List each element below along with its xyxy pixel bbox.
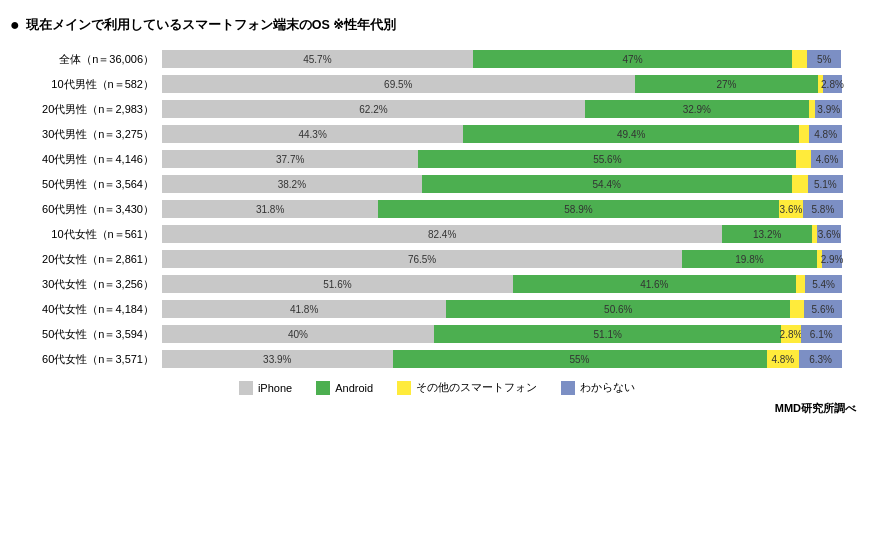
bar-segment-unknown: 2.8% — [823, 75, 842, 93]
bar-segment-other — [790, 300, 804, 318]
bar-segment-unknown: 3.9% — [815, 100, 842, 118]
legend-color-other — [397, 381, 411, 395]
bar-area: 37.7%55.6%4.6% — [162, 150, 864, 168]
legend-label-unknown: わからない — [580, 380, 635, 395]
bar-segment-iphone: 45.7% — [162, 50, 473, 68]
row-label: 60代男性（n＝3,430） — [14, 202, 162, 217]
row-label: 30代男性（n＝3,275） — [14, 127, 162, 142]
bar-segment-iphone: 44.3% — [162, 125, 463, 143]
bullet-icon: ● — [10, 16, 20, 34]
bar-segment-android: 41.6% — [513, 275, 796, 293]
bar-area: 69.5%27%2.8% — [162, 75, 864, 93]
chart-row: 50代男性（n＝3,564）38.2%54.4%5.1% — [14, 173, 864, 195]
legend: iPhoneAndroidその他のスマートフォンわからない — [10, 380, 864, 395]
legend-color-unknown — [561, 381, 575, 395]
bar-segment-iphone: 76.5% — [162, 250, 682, 268]
chart-row: 40代女性（n＝4,184）41.8%50.6%5.6% — [14, 298, 864, 320]
legend-label-iphone: iPhone — [258, 382, 292, 394]
bar-segment-other — [809, 100, 816, 118]
chart-row: 30代男性（n＝3,275）44.3%49.4%4.8% — [14, 123, 864, 145]
row-label: 10代女性（n＝561） — [14, 227, 162, 242]
bar-area: 33.9%55%4.8%6.3% — [162, 350, 864, 368]
chart-row: 10代男性（n＝582）69.5%27%2.8% — [14, 73, 864, 95]
bar-segment-other: 4.8% — [767, 350, 800, 368]
bar-area: 62.2%32.9%3.9% — [162, 100, 864, 118]
chart-row: 50代女性（n＝3,594）40%51.1%2.8%6.1% — [14, 323, 864, 345]
row-label: 60代女性（n＝3,571） — [14, 352, 162, 367]
bar-segment-unknown: 5.6% — [804, 300, 842, 318]
bar-segment-unknown: 4.8% — [809, 125, 842, 143]
bar-segment-android: 58.9% — [378, 200, 779, 218]
bar-segment-android: 51.1% — [434, 325, 781, 343]
bar-segment-iphone: 41.8% — [162, 300, 446, 318]
chart-row: 60代女性（n＝3,571）33.9%55%4.8%6.3% — [14, 348, 864, 370]
row-label: 50代男性（n＝3,564） — [14, 177, 162, 192]
bar-segment-iphone: 31.8% — [162, 200, 378, 218]
bar-segment-android: 32.9% — [585, 100, 809, 118]
bar-segment-unknown: 5.1% — [808, 175, 843, 193]
bar-area: 41.8%50.6%5.6% — [162, 300, 864, 318]
legend-label-other: その他のスマートフォン — [416, 380, 537, 395]
bar-segment-unknown: 6.3% — [799, 350, 842, 368]
row-label: 30代女性（n＝3,256） — [14, 277, 162, 292]
bar-segment-other: 3.6% — [779, 200, 803, 218]
row-label: 10代男性（n＝582） — [14, 77, 162, 92]
bar-segment-android: 54.4% — [422, 175, 792, 193]
chart-title: 現在メインで利用しているスマートフォン端末のOS ※性年代別 — [26, 17, 397, 34]
bar-segment-unknown: 5.4% — [805, 275, 842, 293]
bar-segment-unknown: 5% — [807, 50, 841, 68]
bar-segment-iphone: 62.2% — [162, 100, 585, 118]
bar-area: 31.8%58.9%3.6%5.8% — [162, 200, 864, 218]
bar-area: 82.4%13.2%3.6% — [162, 225, 864, 243]
row-label: 20代男性（n＝2,983） — [14, 102, 162, 117]
bar-segment-android: 50.6% — [446, 300, 790, 318]
bar-segment-iphone: 38.2% — [162, 175, 422, 193]
legend-item-other: その他のスマートフォン — [397, 380, 537, 395]
bar-segment-iphone: 33.9% — [162, 350, 393, 368]
bar-area: 38.2%54.4%5.1% — [162, 175, 864, 193]
bar-segment-iphone: 51.6% — [162, 275, 513, 293]
bar-segment-other — [792, 50, 807, 68]
bar-segment-unknown: 5.8% — [803, 200, 842, 218]
bar-segment-android: 55% — [393, 350, 767, 368]
title-row: ● 現在メインで利用しているスマートフォン端末のOS ※性年代別 — [10, 16, 864, 34]
chart-row: 30代女性（n＝3,256）51.6%41.6%5.4% — [14, 273, 864, 295]
bar-segment-other — [796, 275, 806, 293]
chart-container: 全体（n＝36,006）45.7%47%5%10代男性（n＝582）69.5%2… — [10, 48, 864, 370]
bar-segment-iphone: 69.5% — [162, 75, 635, 93]
bar-segment-iphone: 37.7% — [162, 150, 418, 168]
bar-segment-unknown: 6.1% — [801, 325, 842, 343]
row-label: 40代女性（n＝4,184） — [14, 302, 162, 317]
bar-area: 45.7%47%5% — [162, 50, 864, 68]
bar-segment-unknown: 4.6% — [811, 150, 842, 168]
chart-row: 40代男性（n＝4,146）37.7%55.6%4.6% — [14, 148, 864, 170]
footer: MMD研究所調べ — [10, 401, 864, 416]
row-label: 全体（n＝36,006） — [14, 52, 162, 67]
bar-segment-android: 47% — [473, 50, 793, 68]
bar-segment-other — [792, 175, 808, 193]
legend-color-android — [316, 381, 330, 395]
bar-segment-other — [799, 125, 809, 143]
row-label: 50代女性（n＝3,594） — [14, 327, 162, 342]
bar-segment-android: 55.6% — [418, 150, 796, 168]
bar-area: 44.3%49.4%4.8% — [162, 125, 864, 143]
bar-segment-other: 2.8% — [781, 325, 800, 343]
legend-item-iphone: iPhone — [239, 381, 292, 395]
chart-row: 60代男性（n＝3,430）31.8%58.9%3.6%5.8% — [14, 198, 864, 220]
legend-item-unknown: わからない — [561, 380, 635, 395]
legend-item-android: Android — [316, 381, 373, 395]
bar-segment-android: 49.4% — [463, 125, 799, 143]
row-label: 20代女性（n＝2,861） — [14, 252, 162, 267]
bar-segment-android: 13.2% — [722, 225, 812, 243]
row-label: 40代男性（n＝4,146） — [14, 152, 162, 167]
bar-area: 51.6%41.6%5.4% — [162, 275, 864, 293]
bar-segment-unknown: 3.6% — [817, 225, 841, 243]
legend-label-android: Android — [335, 382, 373, 394]
legend-color-iphone — [239, 381, 253, 395]
bar-segment-other — [796, 150, 811, 168]
chart-row: 全体（n＝36,006）45.7%47%5% — [14, 48, 864, 70]
bar-segment-android: 27% — [635, 75, 819, 93]
bar-segment-android: 19.8% — [682, 250, 817, 268]
bar-area: 76.5%19.8%2.9% — [162, 250, 864, 268]
chart-row: 20代女性（n＝2,861）76.5%19.8%2.9% — [14, 248, 864, 270]
